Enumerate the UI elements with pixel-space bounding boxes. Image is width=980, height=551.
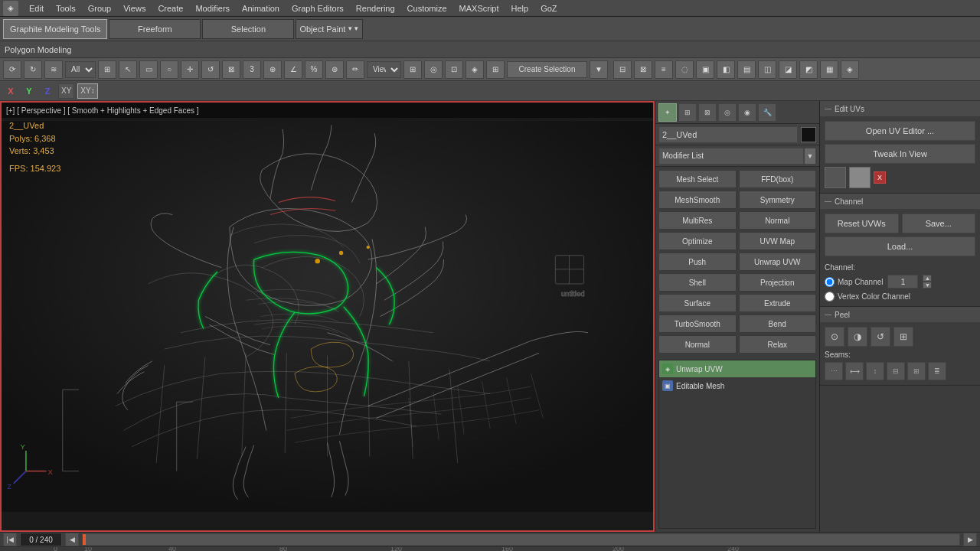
rq2-btn[interactable]: ◈: [841, 60, 859, 79]
seam-icon-1[interactable]: ⋯: [825, 362, 843, 380]
channel-header[interactable]: — Channel: [820, 194, 980, 209]
extrude-btn[interactable]: Extrude: [739, 294, 817, 312]
modify-panel-btn[interactable]: ⊞: [678, 103, 697, 122]
vertex-color-radio-label[interactable]: Vertex Color Channel: [825, 292, 910, 302]
scale-btn[interactable]: ⊠: [222, 60, 240, 79]
render2-btn[interactable]: ◧: [717, 60, 735, 79]
vertex-color-radio[interactable]: [825, 292, 835, 302]
orbit2-btn[interactable]: ↻: [24, 60, 42, 79]
menu-modifiers[interactable]: Modifiers: [189, 2, 236, 15]
map-channel-down-btn[interactable]: ▼: [923, 282, 932, 289]
optimize-btn[interactable]: Optimize: [658, 232, 737, 250]
modifier-list-dropdown-arrow[interactable]: ▼: [804, 148, 816, 165]
align-btn[interactable]: ⊞: [486, 60, 505, 79]
viewport-config-btn[interactable]: ⊞: [403, 60, 422, 79]
curve-btn[interactable]: ◌: [675, 60, 694, 79]
object-paint-dropdown[interactable]: Object Paint ▼ ▼: [296, 19, 363, 39]
menu-graph-editors[interactable]: Graph Editors: [286, 2, 350, 15]
edit-uvs-header[interactable]: — Edit UVs: [820, 101, 980, 116]
render-btn[interactable]: ▣: [696, 60, 714, 79]
relax-btn[interactable]: Relax: [739, 335, 817, 354]
cs-arrow-btn[interactable]: ▼: [590, 60, 608, 79]
bend-btn[interactable]: Bend: [739, 315, 817, 333]
color-swatch[interactable]: [801, 127, 816, 142]
load-btn[interactable]: Load...: [825, 236, 975, 256]
menu-goz[interactable]: GoZ: [534, 2, 563, 15]
menu-help[interactable]: Help: [505, 2, 535, 15]
percent-snap-btn[interactable]: %: [305, 60, 323, 79]
menu-animation[interactable]: Animation: [236, 2, 286, 15]
create-panel-btn[interactable]: ✦: [658, 103, 677, 122]
all-select[interactable]: All: [65, 61, 96, 78]
turbosmooth-btn[interactable]: TurboSmooth: [658, 315, 737, 333]
mat-btn[interactable]: ▤: [737, 60, 756, 79]
menu-group[interactable]: Group: [82, 2, 118, 15]
map-channel-radio[interactable]: [825, 277, 835, 287]
peel-icon-2[interactable]: ◑: [848, 327, 867, 347]
motion-panel-btn[interactable]: ◎: [718, 103, 737, 122]
angle-snap-btn[interactable]: ∠: [284, 60, 302, 79]
map-channel-up-btn[interactable]: ▲: [923, 275, 932, 282]
axis-y-btn[interactable]: Y: [21, 83, 37, 99]
surface-btn[interactable]: Surface: [658, 294, 737, 312]
multires-btn[interactable]: MultiRes: [658, 211, 737, 230]
freeform-button[interactable]: Freeform: [109, 19, 201, 39]
viewport[interactable]: [+] [ Perspective ] [ Smooth + Highlight…: [0, 101, 655, 532]
axis-xym-btn[interactable]: XY↕: [77, 83, 97, 99]
save-btn[interactable]: Save...: [902, 214, 976, 233]
utilities-panel-btn[interactable]: 🔧: [758, 103, 776, 122]
push-btn[interactable]: Push: [658, 253, 737, 271]
fly-btn[interactable]: ≋: [44, 60, 63, 79]
map-channel-value-input[interactable]: [887, 275, 918, 289]
tl-first-frame-btn[interactable]: |◀: [3, 533, 17, 546]
select-btn[interactable]: ↖: [119, 60, 137, 79]
seam-icon-4[interactable]: ⊟: [887, 362, 905, 380]
object-name-input[interactable]: [658, 126, 798, 143]
menu-maxscript[interactable]: MAXScript: [453, 2, 505, 15]
projection-btn[interactable]: Projection: [739, 273, 817, 292]
img-x-btn[interactable]: X: [874, 171, 886, 184]
ffd-box-btn[interactable]: FFD(box): [739, 170, 817, 188]
peel-icon-1[interactable]: ⊙: [825, 327, 844, 347]
move-btn[interactable]: ✛: [181, 60, 199, 79]
peel-header[interactable]: — Peel: [820, 307, 980, 322]
reset-uvws-btn[interactable]: Reset UVWs: [825, 214, 899, 233]
wire-btn[interactable]: ⊡: [445, 60, 463, 79]
edit-named-sel-btn[interactable]: ✏: [346, 60, 364, 79]
snap-btn[interactable]: ⊕: [263, 60, 282, 79]
env-btn[interactable]: ◪: [779, 60, 797, 79]
peel-icon-4[interactable]: ⊞: [893, 327, 913, 347]
seam-icon-5[interactable]: ⊞: [907, 362, 926, 380]
fx-btn[interactable]: ◩: [799, 60, 818, 79]
menu-tools[interactable]: Tools: [50, 2, 82, 15]
graphite-modeling-tools-button[interactable]: Graphite Modeling Tools: [3, 19, 107, 39]
tl-right-bracket[interactable]: ▶: [963, 533, 977, 546]
view-select[interactable]: View: [367, 61, 401, 78]
stack-item-editable-mesh[interactable]: ▣ Editable Mesh: [659, 377, 815, 394]
shell-btn[interactable]: Shell: [658, 273, 737, 292]
menu-edit[interactable]: Edit: [23, 2, 50, 15]
circle-select-btn[interactable]: ○: [160, 60, 178, 79]
mirror-btn[interactable]: ⊟: [613, 60, 632, 79]
img-thumb-1[interactable]: [825, 167, 846, 188]
symmetry-btn[interactable]: Symmetry: [739, 191, 817, 209]
unwrap-uvw-btn[interactable]: Unwrap UVW: [739, 253, 817, 271]
num-btn[interactable]: 3: [243, 60, 261, 79]
rotate-btn[interactable]: ↺: [201, 60, 220, 79]
meshsmooth-btn[interactable]: MeshSmooth: [658, 191, 737, 209]
rect-select-btn[interactable]: ▭: [139, 60, 158, 79]
map-channel-radio-label[interactable]: Map Channel: [825, 277, 883, 287]
seam-icon-6[interactable]: ≣: [928, 362, 946, 380]
layers-btn[interactable]: ≡: [655, 60, 673, 79]
tl-track[interactable]: [82, 533, 960, 546]
seam-icon-2[interactable]: ⟷: [845, 362, 864, 380]
spinner-snap-btn[interactable]: ⊛: [325, 60, 344, 79]
selection-button[interactable]: Selection: [202, 19, 294, 39]
axis-z-btn[interactable]: Z: [40, 83, 55, 99]
axis-x-btn[interactable]: X: [3, 83, 18, 99]
open-uv-editor-btn[interactable]: Open UV Editor ...: [825, 121, 975, 141]
orbit-btn[interactable]: ⟳: [3, 60, 21, 79]
mesh-select-btn[interactable]: Mesh Select: [658, 170, 737, 188]
select-filter-btn[interactable]: ⊞: [98, 60, 116, 79]
display-panel-btn[interactable]: ◉: [738, 103, 756, 122]
